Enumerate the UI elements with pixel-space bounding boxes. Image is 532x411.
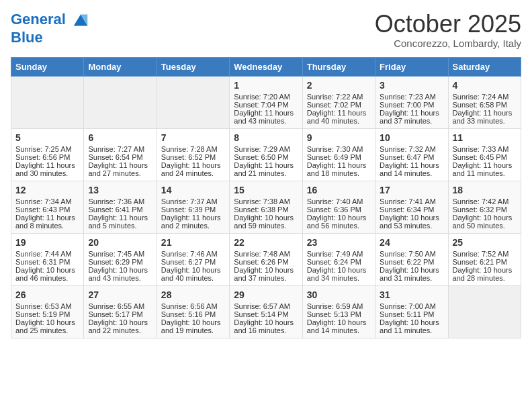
day-info-line: Sunset: 6:43 PM [15, 205, 79, 214]
day-number: 10 [380, 132, 443, 143]
day-info-line: Daylight: 11 hours and 33 minutes. [453, 109, 517, 125]
calendar-cell [84, 76, 157, 128]
day-number: 13 [88, 185, 152, 195]
day-info-line: Daylight: 10 hours and 31 minutes. [380, 266, 443, 282]
day-number: 17 [380, 185, 443, 195]
day-info-line: Daylight: 10 hours and 25 minutes. [15, 318, 79, 334]
day-info-line: Daylight: 10 hours and 19 minutes. [161, 318, 225, 334]
day-number: 8 [234, 132, 298, 143]
day-info-line: Sunrise: 6:53 AM [15, 302, 79, 310]
day-info-line: Sunrise: 7:22 AM [307, 93, 371, 101]
logo-icon [71, 11, 90, 30]
day-info-line: Sunrise: 7:29 AM [234, 145, 298, 153]
day-number: 20 [88, 237, 152, 248]
day-number: 11 [453, 132, 517, 143]
day-info-line: Sunset: 6:50 PM [234, 153, 298, 161]
day-info-line: Sunrise: 7:44 AM [15, 250, 79, 258]
day-info-line: Sunset: 5:14 PM [234, 310, 298, 318]
calendar-cell: 28Sunrise: 6:56 AMSunset: 5:16 PMDayligh… [157, 285, 229, 338]
day-info-line: Sunset: 6:41 PM [88, 205, 152, 214]
day-info-line: Sunrise: 7:32 AM [380, 145, 443, 153]
calendar-cell: 9Sunrise: 7:30 AMSunset: 6:49 PMDaylight… [302, 128, 375, 181]
calendar-cell: 20Sunrise: 7:45 AMSunset: 6:29 PMDayligh… [84, 233, 157, 285]
day-info-line: Sunset: 6:29 PM [88, 258, 152, 266]
calendar-cell: 1Sunrise: 7:20 AMSunset: 7:04 PMDaylight… [230, 76, 302, 128]
day-info-line: Daylight: 10 hours and 37 minutes. [234, 266, 298, 282]
day-number: 15 [234, 185, 298, 195]
day-info-line: Daylight: 10 hours and 53 minutes. [380, 214, 443, 230]
day-info-line: Sunset: 6:39 PM [161, 205, 225, 214]
day-info-line: Daylight: 11 hours and 40 minutes. [307, 109, 371, 125]
logo: General Blue [11, 11, 90, 46]
day-info-line: Daylight: 10 hours and 28 minutes. [453, 266, 517, 282]
day-number: 23 [307, 237, 371, 248]
day-header-tuesday: Tuesday [157, 57, 229, 76]
day-info-line: Sunrise: 7:34 AM [15, 197, 79, 205]
calendar-cell: 24Sunrise: 7:50 AMSunset: 6:22 PMDayligh… [375, 233, 448, 285]
day-header-friday: Friday [375, 57, 448, 76]
calendar-cell: 11Sunrise: 7:33 AMSunset: 6:45 PMDayligh… [448, 128, 521, 181]
calendar-cell: 16Sunrise: 7:40 AMSunset: 6:36 PMDayligh… [302, 181, 375, 233]
day-info-line: Sunset: 6:22 PM [380, 258, 443, 266]
calendar-cell [448, 285, 521, 338]
calendar-cell: 6Sunrise: 7:27 AMSunset: 6:54 PMDaylight… [84, 128, 157, 181]
day-number: 26 [15, 289, 79, 300]
calendar-header-row: SundayMondayTuesdayWednesdayThursdayFrid… [11, 57, 521, 76]
calendar-cell: 15Sunrise: 7:38 AMSunset: 6:38 PMDayligh… [230, 181, 302, 233]
calendar-week-row: 1Sunrise: 7:20 AMSunset: 7:04 PMDaylight… [11, 76, 521, 128]
day-info-line: Sunset: 5:16 PM [161, 310, 225, 318]
day-info-line: Sunrise: 7:25 AM [15, 145, 79, 153]
day-info-line: Sunrise: 7:52 AM [453, 250, 517, 258]
day-info-line: Daylight: 11 hours and 5 minutes. [88, 214, 152, 230]
day-number: 19 [15, 237, 79, 248]
month-title: October 2025 [375, 11, 521, 38]
day-info-line: Daylight: 11 hours and 24 minutes. [161, 161, 225, 177]
day-info-line: Sunrise: 7:24 AM [453, 93, 517, 101]
day-info-line: Daylight: 10 hours and 40 minutes. [161, 266, 225, 282]
day-info-line: Daylight: 11 hours and 11 minutes. [453, 161, 517, 177]
day-header-saturday: Saturday [448, 57, 521, 76]
calendar-cell: 3Sunrise: 7:23 AMSunset: 7:00 PMDaylight… [375, 76, 448, 128]
calendar-cell [11, 76, 84, 128]
day-header-thursday: Thursday [302, 57, 375, 76]
day-info-line: Sunrise: 6:56 AM [161, 302, 225, 310]
day-number: 31 [380, 289, 443, 300]
day-info-line: Sunset: 5:19 PM [15, 310, 79, 318]
day-info-line: Daylight: 11 hours and 2 minutes. [161, 214, 225, 230]
day-header-sunday: Sunday [11, 57, 84, 76]
calendar-cell: 7Sunrise: 7:28 AMSunset: 6:52 PMDaylight… [157, 128, 229, 181]
location-subtitle: Concorezzo, Lombardy, Italy [375, 38, 521, 49]
calendar-cell: 12Sunrise: 7:34 AMSunset: 6:43 PMDayligh… [11, 181, 84, 233]
day-number: 28 [161, 289, 225, 300]
day-info-line: Sunset: 6:38 PM [234, 205, 298, 214]
day-info-line: Daylight: 10 hours and 59 minutes. [234, 214, 298, 230]
day-info-line: Sunrise: 7:49 AM [307, 250, 371, 258]
day-number: 14 [161, 185, 225, 195]
day-info-line: Daylight: 11 hours and 43 minutes. [234, 109, 298, 125]
calendar-cell: 31Sunrise: 7:00 AMSunset: 5:11 PMDayligh… [375, 285, 448, 338]
day-info-line: Sunrise: 7:36 AM [88, 197, 152, 205]
day-number: 2 [307, 80, 371, 91]
day-info-line: Daylight: 10 hours and 11 minutes. [380, 318, 443, 334]
day-info-line: Sunrise: 6:55 AM [88, 302, 152, 310]
day-info-line: Sunrise: 7:28 AM [161, 145, 225, 153]
day-info-line: Sunset: 6:52 PM [161, 153, 225, 161]
day-info-line: Sunrise: 7:20 AM [234, 93, 298, 101]
calendar-cell: 21Sunrise: 7:46 AMSunset: 6:27 PMDayligh… [157, 233, 229, 285]
day-info-line: Sunset: 5:13 PM [307, 310, 371, 318]
day-info-line: Sunset: 6:26 PM [234, 258, 298, 266]
day-info-line: Daylight: 11 hours and 27 minutes. [88, 161, 152, 177]
day-info-line: Daylight: 10 hours and 46 minutes. [15, 266, 79, 282]
page-header: General Blue October 2025 Concorezzo, Lo… [11, 11, 521, 49]
day-info-line: Daylight: 11 hours and 21 minutes. [234, 161, 298, 177]
day-number: 3 [380, 80, 443, 91]
day-info-line: Sunset: 6:31 PM [15, 258, 79, 266]
day-info-line: Sunrise: 7:00 AM [380, 302, 443, 310]
day-info-line: Sunrise: 7:33 AM [453, 145, 517, 153]
day-number: 7 [161, 132, 225, 143]
day-info-line: Sunrise: 7:42 AM [453, 197, 517, 205]
day-number: 21 [161, 237, 225, 248]
day-info-line: Sunset: 5:17 PM [88, 310, 152, 318]
calendar-cell: 22Sunrise: 7:48 AMSunset: 6:26 PMDayligh… [230, 233, 302, 285]
calendar-week-row: 12Sunrise: 7:34 AMSunset: 6:43 PMDayligh… [11, 181, 521, 233]
